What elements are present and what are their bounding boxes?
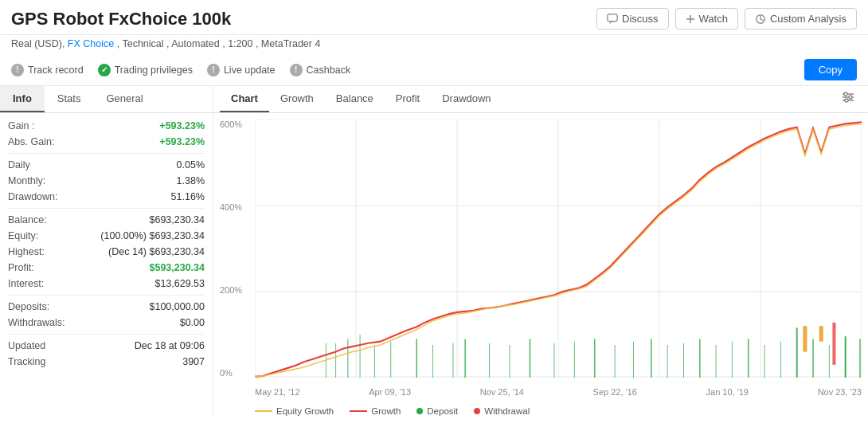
header-actions: Discuss Watch Custom Analysis — [596, 8, 857, 29]
legend-line-equity — [255, 410, 272, 412]
watch-button[interactable]: Watch — [675, 8, 738, 29]
svg-point-5 — [844, 92, 847, 96]
warn-icon-track: ! — [11, 64, 24, 76]
info-row-abs-gain: Abs. Gain: +593.23% — [8, 134, 205, 150]
copy-button[interactable]: Copy — [804, 59, 857, 80]
info-row-monthly: Monthly: 1.38% — [8, 173, 205, 189]
chart-area: 600% 400% 200% 0% — [213, 113, 868, 417]
discuss-icon — [607, 14, 618, 25]
chart-tab-balance[interactable]: Balance — [325, 86, 385, 112]
right-panel: Chart Growth Balance Profit Drawdown 600 — [213, 86, 868, 417]
copy-button-wrap: Copy — [804, 59, 857, 80]
legend-dot-withdrawal — [474, 408, 480, 414]
info-row-highest: Highest: (Dec 14) $693,230.34 — [8, 244, 205, 260]
warn-icon-live: ! — [207, 64, 220, 76]
svg-point-7 — [849, 96, 852, 99]
legend-withdrawal: Withdrawal — [474, 406, 530, 416]
chart-tab-chart[interactable]: Chart — [220, 86, 269, 112]
broker-link[interactable]: FX Choice — [68, 38, 114, 49]
info-row-drawdown: Drawdown: 51.16% — [8, 189, 205, 205]
chart-tab-drawdown[interactable]: Drawdown — [431, 86, 502, 112]
info-row-gain: Gain : +593.23% — [8, 118, 205, 134]
status-live-update: ! Live update — [207, 64, 276, 76]
chart-tabs: Chart Growth Balance Profit Drawdown — [213, 86, 868, 113]
chart-svg-container — [255, 120, 862, 378]
y-axis-labels: 600% 400% 200% 0% — [220, 120, 248, 378]
svg-point-9 — [845, 99, 848, 102]
header: GPS Robot FxChoice 100k Discuss Watch Cu… — [0, 0, 868, 35]
legend-line-growth — [350, 410, 367, 412]
chart-settings-icon[interactable] — [835, 87, 862, 112]
plus-icon — [686, 14, 695, 24]
info-row-interest: Interest: $13,629.53 — [8, 276, 205, 292]
legend-deposit: Deposit — [416, 406, 458, 416]
info-row-deposits: Deposits: $100,000.00 — [8, 299, 205, 315]
legend-growth: Growth — [350, 406, 401, 416]
chart-icon — [755, 14, 766, 25]
x-axis-labels: May 21, '12 Apr 09, '13 Nov 25, '14 Sep … — [255, 387, 862, 397]
ok-icon-trading: ✓ — [98, 64, 111, 76]
legend-dot-deposit — [416, 408, 423, 414]
info-row-profit: Profit: $593,230.34 — [8, 260, 205, 276]
warn-icon-cashback: ! — [290, 64, 303, 76]
info-row-updated: Updated Dec 18 at 09:06 — [8, 338, 205, 354]
left-panel: Info Stats General Gain : +593.23% Abs. … — [0, 86, 213, 417]
info-tabs: Info Stats General — [0, 86, 213, 113]
main-content: Info Stats General Gain : +593.23% Abs. … — [0, 86, 868, 417]
status-cashback: ! Cashback — [290, 64, 351, 76]
info-row-tracking: Tracking 3907 — [8, 354, 205, 370]
svg-rect-0 — [608, 14, 617, 21]
info-row-balance: Balance: $693,230.34 — [8, 212, 205, 228]
chart-legend: Equity Growth Growth Deposit Withdrawal — [255, 406, 862, 416]
info-row-withdrawals: Withdrawals: $0.00 — [8, 315, 205, 331]
tab-general[interactable]: General — [93, 86, 155, 112]
status-track-record: ! Track record — [11, 64, 84, 76]
info-row-equity: Equity: (100.00%) $693,230.34 — [8, 228, 205, 244]
tab-stats[interactable]: Stats — [45, 86, 94, 112]
legend-equity-growth: Equity Growth — [255, 406, 334, 416]
chart-tab-growth[interactable]: Growth — [269, 86, 325, 112]
info-table: Gain : +593.23% Abs. Gain: +593.23% Dail… — [0, 113, 213, 374]
page-title: GPS Robot FxChoice 100k — [11, 9, 231, 29]
info-row-daily: Daily 0.05% — [8, 157, 205, 173]
chart-svg — [255, 120, 862, 378]
chart-tab-profit[interactable]: Profit — [385, 86, 431, 112]
subtitle: Real (USD), FX Choice , Technical , Auto… — [0, 35, 868, 54]
tab-info[interactable]: Info — [0, 86, 45, 112]
custom-analysis-button[interactable]: Custom Analysis — [745, 8, 857, 29]
status-bar: ! Track record ✓ Trading privileges ! Li… — [0, 54, 868, 86]
status-trading-privileges: ✓ Trading privileges — [98, 64, 193, 76]
discuss-button[interactable]: Discuss — [596, 8, 669, 29]
